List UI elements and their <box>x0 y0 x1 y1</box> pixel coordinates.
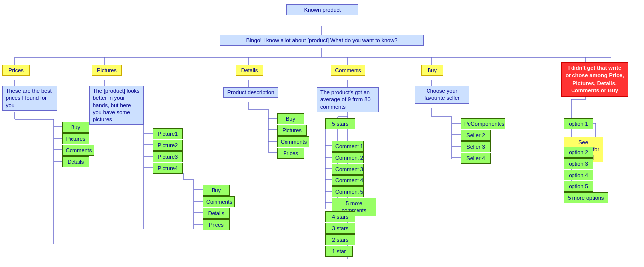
seller-4: Seller 4 <box>461 153 491 164</box>
seller-2: Seller 2 <box>461 130 491 141</box>
details-child-comments: Comments <box>277 136 309 147</box>
pictures-child-2: Picture2 <box>153 140 183 151</box>
comments-desc: The product's got an average of 9 from 8… <box>317 87 379 112</box>
pictures-child-1: Picture1 <box>153 128 183 139</box>
option-1: option 1 <box>564 118 593 129</box>
pictures-label: Pictures <box>92 65 122 76</box>
comment-5: Comment 5 <box>332 186 364 197</box>
details-child-buy: Buy <box>277 113 304 124</box>
comment-1: Comment 1 <box>332 141 364 152</box>
option-3: option 3 <box>564 158 593 169</box>
pic4-child-prices: Prices <box>203 219 230 230</box>
five-stars: 5 stars <box>325 118 355 129</box>
pictures-child-4: Picture4 <box>153 163 183 174</box>
two-stars: 2 stars <box>325 234 355 245</box>
pic4-child-comments: Comments <box>203 196 235 207</box>
option-4: option 4 <box>564 170 593 180</box>
seller-pccomponentes: PcComponentes <box>461 118 505 129</box>
comments-label: Comments <box>331 65 365 76</box>
root-node: Known product <box>286 4 358 15</box>
buy-label: Buy <box>421 65 443 76</box>
prices-child-pictures: Pictures <box>62 133 89 144</box>
details-child-pictures: Pictures <box>277 125 307 136</box>
prices-child-details: Details <box>62 156 89 167</box>
error-node: I didn't get that write or chose among P… <box>561 62 628 97</box>
subtitle-node: Bingo! I know a lot about [product] What… <box>220 35 424 46</box>
prices-child-buy: Buy <box>62 122 89 133</box>
prices-child-comments: Comments <box>62 145 94 156</box>
details-desc: Product description <box>223 87 278 98</box>
comment-2: Comment 2 <box>332 152 364 163</box>
details-label: Details <box>236 65 263 76</box>
three-stars: 3 stars <box>325 223 355 234</box>
option-5: option 5 <box>564 181 593 192</box>
four-stars: 4 stars <box>325 211 355 222</box>
details-child-prices: Prices <box>277 148 304 159</box>
comment-4: Comment 4 <box>332 175 364 186</box>
diagram: Known product Bingo! I know a lot about … <box>0 0 644 267</box>
prices-desc: These are the best prices I found for yo… <box>2 86 57 111</box>
pictures-child-3: Picture3 <box>153 151 183 162</box>
pictures-desc: The [product] looks better in your hands… <box>89 86 144 125</box>
one-star: 1 star <box>325 246 353 257</box>
prices-label: Prices <box>2 65 30 76</box>
seller-3: Seller 3 <box>461 141 491 152</box>
more-options: 5 more options <box>564 192 608 203</box>
pic4-child-buy: Buy <box>203 185 230 196</box>
buy-desc: Choose your favourite seller <box>415 86 469 104</box>
comment-3: Comment 3 <box>332 164 364 175</box>
option-2: option 2 <box>564 147 593 158</box>
pic4-child-details: Details <box>203 208 230 219</box>
